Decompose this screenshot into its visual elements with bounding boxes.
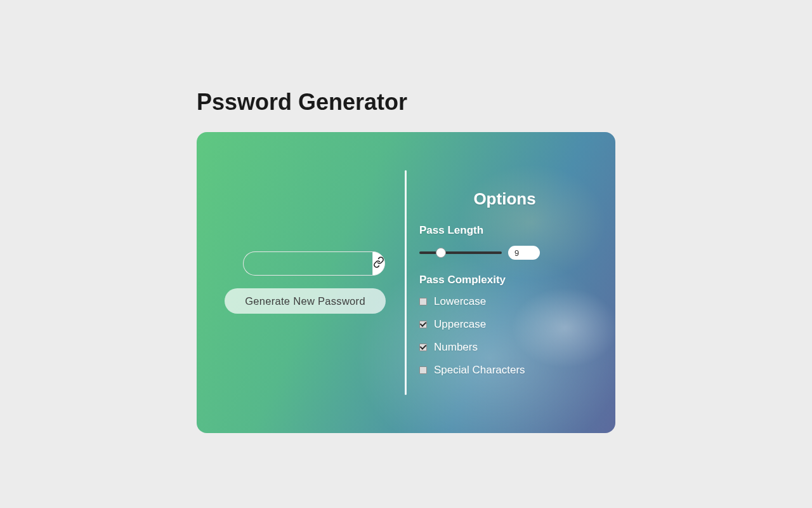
pass-length-slider[interactable] xyxy=(419,248,502,258)
password-output[interactable] xyxy=(243,251,372,276)
option-lowercase: Lowercase xyxy=(419,295,590,308)
copy-button[interactable] xyxy=(372,251,385,276)
page-title: Pssword Generator xyxy=(197,89,615,116)
option-label: Special Characters xyxy=(434,364,525,377)
output-row xyxy=(243,251,380,276)
option-uppercase: Uppercase xyxy=(419,318,590,331)
option-numbers: Numbers xyxy=(419,341,590,354)
pass-length-label: Pass Length xyxy=(419,224,590,237)
pass-complexity-label: Pass Complexity xyxy=(419,274,590,286)
checkbox-uppercase[interactable] xyxy=(419,321,427,328)
length-slider-row: 9 xyxy=(419,246,590,260)
options-title: Options xyxy=(419,189,590,209)
checkbox-lowercase[interactable] xyxy=(419,298,427,305)
option-label: Uppercase xyxy=(434,318,486,331)
checkbox-numbers[interactable] xyxy=(419,344,427,351)
slider-thumb[interactable] xyxy=(436,248,446,258)
link-icon xyxy=(373,257,384,271)
slider-track xyxy=(419,251,502,254)
output-panel: Generate New Password xyxy=(197,132,405,433)
generate-button[interactable]: Generate New Password xyxy=(225,288,386,314)
pass-length-value: 9 xyxy=(508,246,540,260)
option-special: Special Characters xyxy=(419,364,590,377)
options-panel: Options Pass Length 9 Pass Complexity Lo… xyxy=(407,132,615,433)
option-label: Lowercase xyxy=(434,295,486,308)
generator-card: Generate New Password Options Pass Lengt… xyxy=(197,132,615,433)
checkbox-special[interactable] xyxy=(419,366,427,374)
option-label: Numbers xyxy=(434,341,478,354)
